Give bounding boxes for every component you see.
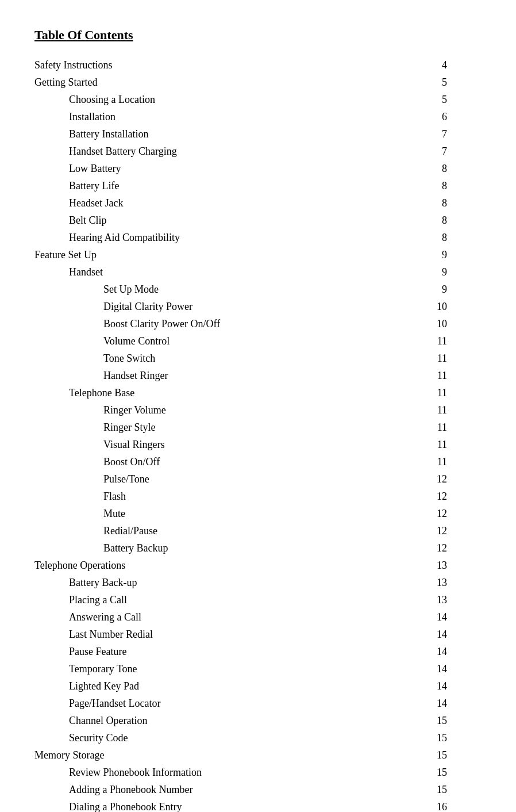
toc-entry-label: Pulse/Tone xyxy=(34,470,401,488)
toc-entry-page: 14 xyxy=(401,677,482,695)
toc-entry-label: Telephone Operations xyxy=(34,557,401,574)
toc-entry-label: Telephone Base xyxy=(34,384,401,401)
toc-entry-label: Visual Ringers xyxy=(34,436,401,453)
toc-entry-page: 9 xyxy=(401,263,482,281)
toc-entry-page: 8 xyxy=(401,177,482,194)
toc-entry-page: 8 xyxy=(401,212,482,229)
toc-entry-page: 16 xyxy=(401,798,482,812)
toc-entry-page: 11 xyxy=(401,367,482,384)
toc-entry-label: Boost On/Off xyxy=(34,453,401,470)
page-title: Table Of Contents xyxy=(34,28,482,43)
toc-entry-label: Choosing a Location xyxy=(34,91,401,108)
toc-entry-page: 11 xyxy=(401,419,482,436)
toc-entry-page: 10 xyxy=(401,315,482,332)
toc-row: Temporary Tone14 xyxy=(34,660,482,677)
toc-entry-page: 8 xyxy=(401,229,482,246)
toc-entry-page: 8 xyxy=(401,160,482,177)
toc-entry-label: Handset Battery Charging xyxy=(34,143,401,160)
toc-entry-label: Mute xyxy=(34,505,401,522)
toc-entry-label: Low Battery xyxy=(34,160,401,177)
toc-entry-label: Memory Storage xyxy=(34,746,401,764)
toc-row: Flash12 xyxy=(34,488,482,505)
toc-entry-label: Ringer Style xyxy=(34,419,401,436)
toc-entry-page: 14 xyxy=(401,626,482,643)
toc-row: Getting Started5 xyxy=(34,74,482,91)
toc-entry-page: 11 xyxy=(401,332,482,350)
toc-entry-page: 5 xyxy=(401,74,482,91)
toc-entry-page: 11 xyxy=(401,401,482,419)
toc-entry-label: Getting Started xyxy=(34,74,401,91)
toc-row: Digital Clarity Power10 xyxy=(34,298,482,315)
toc-entry-page: 10 xyxy=(401,298,482,315)
toc-entry-label: Lighted Key Pad xyxy=(34,677,401,695)
toc-row: Volume Control11 xyxy=(34,332,482,350)
toc-entry-label: Last Number Redial xyxy=(34,626,401,643)
toc-entry-label: Channel Operation xyxy=(34,712,401,729)
toc-entry-page: 11 xyxy=(401,453,482,470)
toc-entry-label: Answering a Call xyxy=(34,608,401,626)
toc-entry-label: Handset Ringer xyxy=(34,367,401,384)
toc-entry-page: 14 xyxy=(401,643,482,660)
toc-entry-label: Placing a Call xyxy=(34,591,401,608)
toc-entry-label: Battery Back-up xyxy=(34,574,401,591)
toc-row: Battery Back-up13 xyxy=(34,574,482,591)
toc-entry-page: 15 xyxy=(401,764,482,781)
toc-row: Low Battery8 xyxy=(34,160,482,177)
toc-row: Tone Switch11 xyxy=(34,350,482,367)
toc-entry-label: Adding a Phonebook Number xyxy=(34,781,401,798)
toc-entry-label: Battery Installation xyxy=(34,125,401,143)
toc-entry-page: 12 xyxy=(401,470,482,488)
toc-row: Dialing a Phonebook Entry16 xyxy=(34,798,482,812)
toc-entry-page: 9 xyxy=(401,281,482,298)
toc-row: Ringer Volume11 xyxy=(34,401,482,419)
toc-row: Visual Ringers11 xyxy=(34,436,482,453)
toc-row: Placing a Call13 xyxy=(34,591,482,608)
toc-entry-page: 11 xyxy=(401,384,482,401)
toc-row: Memory Storage15 xyxy=(34,746,482,764)
toc-entry-page: 14 xyxy=(401,660,482,677)
toc-entry-page: 7 xyxy=(401,125,482,143)
toc-row: Safety Instructions4 xyxy=(34,56,482,74)
toc-row: Battery Installation7 xyxy=(34,125,482,143)
toc-row: Handset Ringer11 xyxy=(34,367,482,384)
toc-row: Belt Clip8 xyxy=(34,212,482,229)
toc-entry-label: Tone Switch xyxy=(34,350,401,367)
toc-row: Pause Feature14 xyxy=(34,643,482,660)
toc-row: Feature Set Up9 xyxy=(34,246,482,263)
toc-entry-label: Safety Instructions xyxy=(34,56,401,74)
toc-entry-page: 11 xyxy=(401,436,482,453)
toc-entry-label: Security Code xyxy=(34,729,401,746)
toc-entry-label: Digital Clarity Power xyxy=(34,298,401,315)
toc-entry-page: 5 xyxy=(401,91,482,108)
toc-entry-page: 15 xyxy=(401,746,482,764)
toc-row: Lighted Key Pad14 xyxy=(34,677,482,695)
toc-row: Channel Operation15 xyxy=(34,712,482,729)
toc-entry-label: Set Up Mode xyxy=(34,281,401,298)
toc-entry-page: 14 xyxy=(401,695,482,712)
toc-row: Battery Backup12 xyxy=(34,539,482,557)
toc-entry-label: Boost Clarity Power On/Off xyxy=(34,315,401,332)
toc-entry-page: 12 xyxy=(401,522,482,539)
toc-entry-page: 13 xyxy=(401,574,482,591)
toc-row: Set Up Mode9 xyxy=(34,281,482,298)
toc-entry-label: Dialing a Phonebook Entry xyxy=(34,798,401,812)
toc-row: Pulse/Tone12 xyxy=(34,470,482,488)
toc-entry-page: 14 xyxy=(401,608,482,626)
toc-entry-page: 13 xyxy=(401,557,482,574)
toc-entry-label: Battery Life xyxy=(34,177,401,194)
toc-entry-label: Page/Handset Locator xyxy=(34,695,401,712)
toc-entry-page: 12 xyxy=(401,505,482,522)
toc-entry-label: Headset Jack xyxy=(34,194,401,212)
toc-row: Review Phonebook Information15 xyxy=(34,764,482,781)
toc-entry-page: 7 xyxy=(401,143,482,160)
toc-entry-page: 15 xyxy=(401,781,482,798)
toc-row: Redial/Pause12 xyxy=(34,522,482,539)
toc-entry-label: Pause Feature xyxy=(34,643,401,660)
toc-table: Safety Instructions4Getting Started5Choo… xyxy=(34,56,482,812)
toc-row: Telephone Operations13 xyxy=(34,557,482,574)
toc-row: Answering a Call14 xyxy=(34,608,482,626)
toc-row: Choosing a Location5 xyxy=(34,91,482,108)
toc-row: Last Number Redial14 xyxy=(34,626,482,643)
toc-row: Handset9 xyxy=(34,263,482,281)
toc-entry-page: 12 xyxy=(401,488,482,505)
